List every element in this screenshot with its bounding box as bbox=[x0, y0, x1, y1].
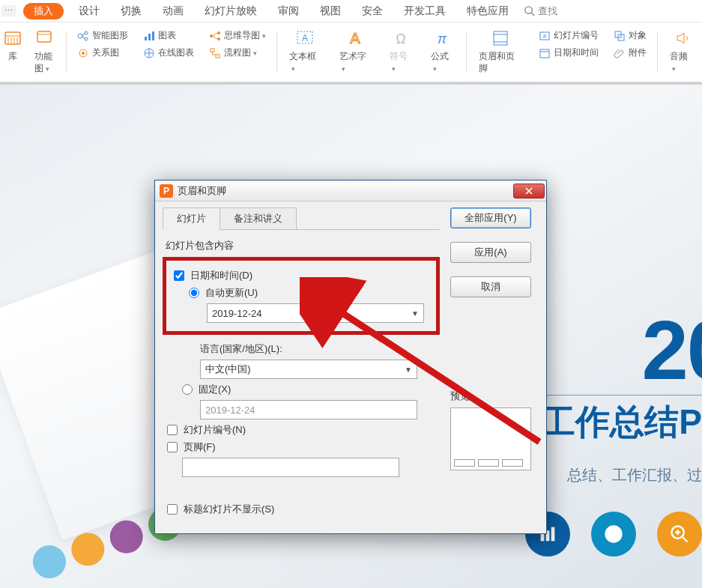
row-auto: 自动更新(U) bbox=[189, 286, 433, 300]
btn-relation[interactable]: 关系图 bbox=[74, 44, 131, 61]
smartart-label: 智能图形 bbox=[92, 29, 128, 42]
btn-textbox[interactable]: A 文本框▾ bbox=[285, 27, 326, 76]
btn-chart[interactable]: 图表 bbox=[140, 27, 197, 44]
row-datecombo: 2019-12-24 ▼ bbox=[207, 303, 433, 323]
tab-transition[interactable]: 切换 bbox=[110, 0, 152, 22]
btn-funcchart[interactable]: 功能图▾ bbox=[30, 27, 58, 76]
svg-point-23 bbox=[217, 37, 220, 40]
slide-year: 20 bbox=[641, 302, 702, 398]
rg-mind: 思维导图▾ 流程图▾ bbox=[202, 27, 273, 82]
btn-slidenum[interactable]: # 幻灯片编号 bbox=[536, 27, 602, 44]
combo-date[interactable]: 2019-12-24 ▼ bbox=[207, 303, 424, 323]
dialog-tabs: 幻灯片 备注和讲义 bbox=[163, 207, 440, 230]
rg-func: 功能图▾ bbox=[25, 27, 63, 82]
footer-input[interactable] bbox=[182, 458, 399, 477]
rad-auto[interactable] bbox=[189, 288, 199, 298]
btn-onlinechart[interactable]: 在线图表 bbox=[140, 44, 197, 61]
tab-security[interactable]: 安全 bbox=[351, 0, 393, 22]
btn-object[interactable]: 对象 bbox=[611, 27, 650, 44]
chk-footer[interactable] bbox=[167, 442, 178, 452]
object-label: 对象 bbox=[629, 29, 647, 42]
chk-slidenum[interactable] bbox=[167, 425, 178, 435]
object-icon bbox=[614, 30, 626, 42]
tab-view[interactable]: 视图 bbox=[309, 0, 351, 22]
btn-gallery[interactable]: 库 bbox=[4, 27, 21, 64]
btn-wordart[interactable]: A 艺术字▾ bbox=[335, 27, 376, 76]
svg-rect-17 bbox=[145, 37, 147, 40]
ribbon: 库 功能图▾ 智能图形 关系图 图表 在线图表 思维导图▾ bbox=[0, 22, 702, 82]
chk-hidetitle[interactable] bbox=[167, 504, 178, 515]
tab-slide[interactable]: 幻灯片 bbox=[163, 207, 220, 230]
mindmap-label: 思维导图 bbox=[224, 29, 260, 42]
tab-animation[interactable]: 动画 bbox=[152, 0, 194, 22]
highlight-rect: 日期和时间(D) 自动更新(U) 2019-12-24 ▼ bbox=[163, 257, 440, 335]
tab-notes[interactable]: 备注和讲义 bbox=[220, 207, 297, 229]
btn-cancel[interactable]: 取消 bbox=[450, 276, 531, 297]
svg-point-0 bbox=[525, 7, 532, 13]
chart-label: 图表 bbox=[158, 29, 176, 42]
btn-apply[interactable]: 应用(A) bbox=[450, 242, 531, 263]
btn-smartart[interactable]: 智能图形 bbox=[74, 27, 131, 44]
formula-label: 公式 bbox=[431, 51, 449, 61]
close-button[interactable] bbox=[513, 184, 545, 198]
audio-label: 音频 bbox=[670, 51, 688, 61]
svg-text:A: A bbox=[350, 30, 360, 46]
btn-formula[interactable]: π 公式▾ bbox=[426, 27, 459, 76]
svg-rect-19 bbox=[152, 31, 154, 40]
symbol-icon: Ω bbox=[390, 28, 411, 48]
btn-apply-all[interactable]: 全部应用(Y) bbox=[450, 207, 531, 228]
dialog-titlebar[interactable]: P 页眉和页脚 bbox=[155, 181, 546, 201]
chevron-down-icon: ▾ bbox=[262, 32, 266, 40]
btn-headerfooter[interactable]: 页眉和页脚 bbox=[474, 27, 527, 76]
relation-label: 关系图 bbox=[92, 46, 119, 59]
btn-symbol[interactable]: Ω 符号▾ bbox=[385, 27, 417, 76]
chart-icon bbox=[143, 30, 155, 42]
section-label: 幻灯片包含内容 bbox=[166, 239, 440, 252]
slide-subtitle: 工作总结P bbox=[541, 399, 702, 446]
corner-chip: ⋯ bbox=[1, 5, 16, 16]
rg-header: 页眉和页脚 bbox=[470, 27, 531, 82]
paperclip-icon bbox=[614, 47, 626, 59]
btn-attach[interactable]: 附件 bbox=[611, 44, 650, 61]
svg-rect-42 bbox=[551, 527, 555, 542]
tab-devtools[interactable]: 开发工具 bbox=[393, 0, 456, 22]
btn-flowchart[interactable]: 流程图▾ bbox=[206, 44, 269, 61]
circle-pie-icon bbox=[591, 512, 636, 557]
gallery-icon bbox=[3, 28, 22, 48]
chevron-down-icon: ▾ bbox=[342, 65, 345, 73]
divider bbox=[466, 31, 467, 73]
svg-text:π: π bbox=[438, 31, 447, 46]
chk-slidenum-label: 幻灯片编号(N) bbox=[184, 423, 246, 437]
rg-audio: 音频▾ bbox=[661, 27, 702, 82]
svg-point-10 bbox=[78, 34, 82, 38]
rad-fixed[interactable] bbox=[182, 384, 193, 395]
svg-rect-18 bbox=[148, 34, 151, 40]
svg-text:#: # bbox=[543, 33, 547, 40]
menu-search[interactable]: 查找 bbox=[524, 4, 557, 18]
headerfooter-label: 页眉和页脚 bbox=[479, 51, 522, 74]
preview-box bbox=[450, 407, 531, 470]
combo-lang[interactable]: 中文(中国) ▼ bbox=[200, 360, 417, 379]
svg-line-44 bbox=[683, 537, 688, 542]
tab-review[interactable]: 审阅 bbox=[267, 0, 309, 22]
svg-point-12 bbox=[85, 37, 88, 40]
onlinechart-label: 在线图表 bbox=[158, 46, 194, 59]
rg-textbox: A 文本框▾ bbox=[280, 27, 330, 82]
row-langcombo: 中文(中国) ▼ bbox=[200, 360, 440, 379]
btn-datetime[interactable]: 日期和时间 bbox=[536, 44, 602, 61]
btn-mindmap[interactable]: 思维导图▾ bbox=[206, 27, 269, 44]
chevron-down-icon: ▾ bbox=[253, 49, 257, 57]
svg-text:Ω: Ω bbox=[396, 31, 405, 46]
onlinechart-icon bbox=[143, 47, 155, 59]
fixed-input[interactable] bbox=[200, 400, 417, 419]
audio-icon bbox=[671, 28, 692, 48]
chevron-down-icon: ▼ bbox=[405, 366, 412, 374]
tab-special[interactable]: 特色应用 bbox=[456, 0, 519, 22]
tab-slideshow[interactable]: 幻灯片放映 bbox=[194, 0, 267, 22]
btn-audio[interactable]: 音频▾ bbox=[665, 27, 698, 76]
tab-design[interactable]: 设计 bbox=[68, 0, 110, 22]
chk-datetime[interactable] bbox=[174, 270, 184, 281]
divider bbox=[66, 31, 67, 73]
relation-icon bbox=[77, 47, 89, 59]
tab-insert[interactable]: 插入 bbox=[23, 3, 64, 19]
